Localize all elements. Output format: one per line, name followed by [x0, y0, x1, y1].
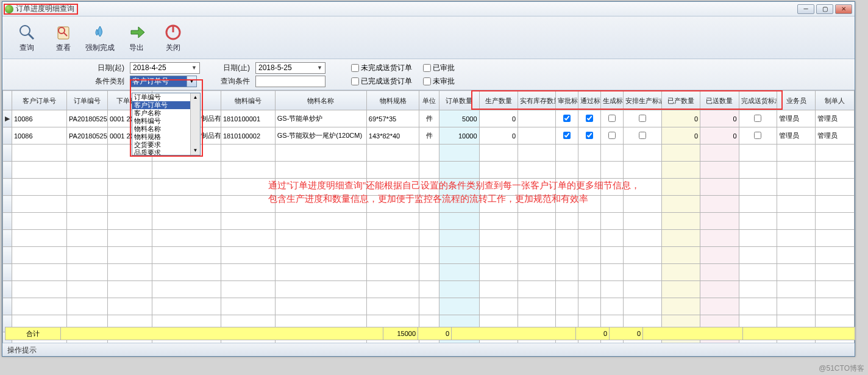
- cell: [518, 110, 556, 127]
- toolbar-close[interactable]: 关闭: [155, 20, 191, 55]
- chk-unapproved[interactable]: 未审批: [423, 76, 455, 87]
- column-header[interactable]: 物料编号: [221, 91, 275, 110]
- column-header[interactable]: 已产数量: [661, 91, 700, 110]
- main-window: 订单进度明细查询 ─ ▢ ✕ 查询 查看 强制完成 导出 关闭: [2, 1, 855, 357]
- cell: [624, 110, 661, 127]
- toolbar-view[interactable]: 查看: [45, 20, 82, 55]
- cell: [624, 127, 661, 145]
- cell: 10086: [12, 110, 67, 127]
- window-title: 订单进度明细查询: [16, 4, 74, 14]
- chevron-down-icon: ▼: [317, 65, 322, 71]
- column-header[interactable]: 订单编号: [67, 91, 108, 110]
- cell: 0: [479, 127, 518, 145]
- column-header[interactable]: 审批标志: [556, 91, 578, 110]
- column-header[interactable]: 已送数量: [700, 91, 739, 110]
- maximize-button[interactable]: ▢: [816, 4, 833, 14]
- table-row[interactable]: ▶10086PA201805250001 201江门市华达五金制品有限公司181…: [3, 110, 855, 127]
- column-header[interactable]: 制单人: [816, 91, 855, 110]
- totals-row: 合计15000000: [5, 327, 855, 340]
- scrollbar[interactable]: ▲ ▼: [190, 93, 200, 155]
- cell: [518, 127, 556, 145]
- column-header[interactable]: 生成标志: [601, 91, 624, 110]
- cell: 管理员: [777, 110, 816, 127]
- cell: 0: [700, 127, 739, 145]
- data-grid[interactable]: 客户订单号订单编号下单日期客户名称物料编号物料名称物料规格单位订单数量生产数量实…: [2, 90, 855, 346]
- cell: 0: [479, 110, 518, 127]
- app-icon: [5, 5, 13, 13]
- cell: GS-节能双炒一尾炉(120CM): [275, 127, 366, 145]
- cell: PA20180525: [67, 110, 108, 127]
- close-button[interactable]: ✕: [835, 4, 852, 14]
- filter-panel: 日期(起) 2018-4-25▼ 日期(止) 2018-5-25▼ 未完成送货订…: [2, 59, 855, 90]
- column-header[interactable]: 实有库存数量: [518, 91, 556, 110]
- cond-type-dropdown[interactable]: 订单编号客户订单号客户名称物料编号物料名称物料规格交货要求品质要求 ▲ ▼: [132, 93, 201, 155]
- cell: 0: [661, 127, 700, 145]
- cond-type-combo[interactable]: 客户订单号 ▼: [130, 76, 197, 87]
- chk-approved[interactable]: 已审批: [423, 63, 455, 73]
- chevron-down-icon: ▼: [191, 65, 197, 71]
- toolbar: 查询 查看 强制完成 导出 关闭: [2, 16, 855, 59]
- cell: [578, 127, 601, 145]
- cell: [3, 127, 12, 145]
- cell: 1810100002: [221, 127, 275, 145]
- cell: 143*82*40: [366, 127, 419, 145]
- minimize-button[interactable]: ─: [797, 4, 814, 14]
- watermark: @51CTO博客: [819, 363, 864, 374]
- cell: 管理员: [816, 127, 855, 145]
- column-header[interactable]: 通过标志: [578, 91, 601, 110]
- cell: 管理员: [777, 127, 816, 145]
- column-header[interactable]: 完成送货标志: [739, 91, 777, 110]
- cell: 10000: [439, 127, 479, 145]
- svg-line-1: [29, 34, 34, 39]
- date-from-label: 日期(起): [93, 63, 126, 73]
- cell: PA20180525: [67, 127, 108, 145]
- cell: 管理员: [816, 110, 855, 127]
- cell: 5000: [439, 110, 479, 127]
- column-header[interactable]: 生产数量: [479, 91, 518, 110]
- svg-point-0: [20, 26, 30, 35]
- droplet-icon: [82, 22, 118, 43]
- cell: [739, 110, 777, 127]
- cell: 10086: [12, 127, 67, 145]
- status-bar: 操作提示: [2, 343, 855, 356]
- table-row[interactable]: 10086PA201805250001 201江门市华达五金制品有限公司1810…: [3, 127, 855, 145]
- column-header[interactable]: 业务员: [777, 91, 816, 110]
- cond-type-label: 条件类别: [93, 76, 126, 87]
- toolbar-query[interactable]: 查询: [9, 20, 45, 55]
- column-header[interactable]: 订单数量: [439, 91, 479, 110]
- chevron-up-icon[interactable]: ▲: [193, 93, 198, 102]
- cell: [601, 127, 624, 145]
- chevron-down-icon[interactable]: ▼: [193, 146, 198, 155]
- titlebar: 订单进度明细查询 ─ ▢ ✕: [2, 2, 855, 16]
- cell: 1810100001: [221, 110, 275, 127]
- cell: [578, 110, 601, 127]
- date-to-label: 日期(止): [218, 63, 252, 73]
- date-to-input[interactable]: 2018-5-25▼: [255, 62, 326, 74]
- arrow-right-icon: [118, 22, 155, 43]
- cell: [601, 110, 624, 127]
- cell: [739, 127, 777, 145]
- column-header[interactable]: 安排生产标志: [624, 91, 661, 110]
- column-header[interactable]: 单位: [419, 91, 439, 110]
- column-header[interactable]: 客户订单号: [12, 91, 67, 110]
- chevron-down-icon[interactable]: ▼: [187, 76, 196, 87]
- cell: 69*57*35: [366, 110, 419, 127]
- cell: [556, 127, 578, 145]
- cell: ▶: [3, 110, 12, 127]
- power-icon: [155, 22, 191, 43]
- toolbar-force-complete[interactable]: 强制完成: [82, 20, 118, 55]
- toolbar-export[interactable]: 导出: [118, 20, 155, 55]
- magnifier-icon: [9, 22, 45, 43]
- date-from-input[interactable]: 2018-4-25▼: [130, 62, 200, 74]
- column-header[interactable]: 物料规格: [366, 91, 419, 110]
- chk-unfinished[interactable]: 未完成送货订单: [351, 63, 412, 73]
- criteria-label: 查询条件: [218, 76, 252, 87]
- clipboard-icon: [45, 22, 82, 43]
- cell: 件: [419, 110, 439, 127]
- column-header[interactable]: 物料名称: [275, 91, 366, 110]
- column-header[interactable]: [3, 91, 12, 110]
- criteria-input[interactable]: [255, 76, 326, 87]
- chk-finished[interactable]: 已完成送货订单: [351, 76, 412, 87]
- cell: 0: [661, 110, 700, 127]
- cell: 0: [700, 110, 739, 127]
